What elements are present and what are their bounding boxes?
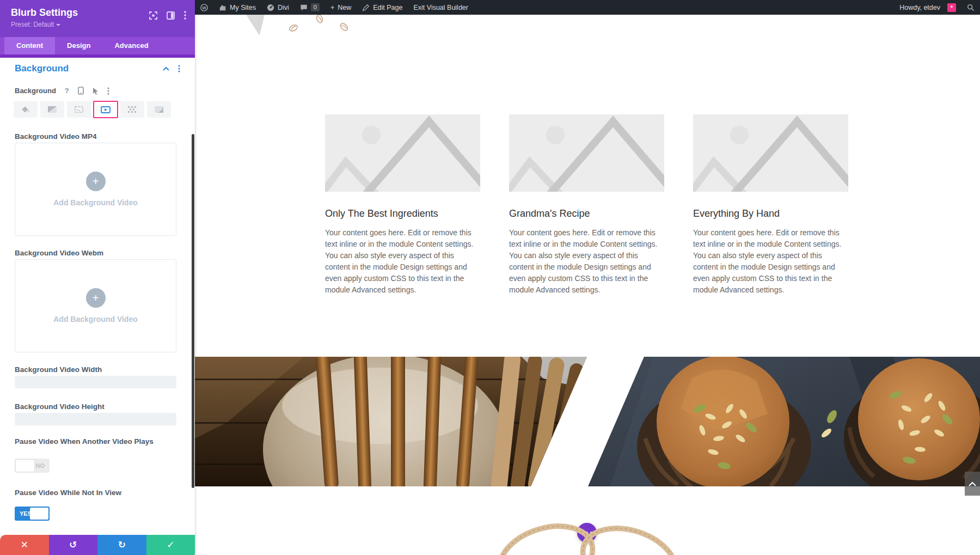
blurb-title: Only The Best Ingredients: [325, 208, 480, 219]
hover-cursor-icon[interactable]: [93, 87, 99, 95]
panel-scrollbar[interactable]: [192, 134, 194, 488]
divi-menu[interactable]: Divi: [261, 0, 295, 15]
pattern-icon: [128, 106, 137, 113]
blurb-body: Your content goes here. Edit or remove t…: [325, 227, 480, 296]
video-mp4-label: Background Video MP4: [15, 132, 156, 142]
mask-icon: [155, 106, 163, 113]
pencil-icon: [362, 4, 370, 11]
preset-label: Preset: Default: [11, 21, 54, 28]
pause-other-toggle[interactable]: NO: [15, 459, 50, 473]
blurb-module[interactable]: Everything By Hand Your content goes her…: [693, 114, 848, 296]
panel-layout-icon[interactable]: [167, 11, 175, 20]
redo-button[interactable]: ↻: [97, 535, 146, 555]
add-video-mp4-box[interactable]: + Add Background Video: [15, 143, 176, 236]
placeholder-image-icon: [509, 114, 664, 192]
new-content-menu[interactable]: + New: [325, 0, 357, 15]
tab-advanced[interactable]: Advanced: [102, 37, 160, 54]
help-icon[interactable]: ?: [65, 87, 69, 95]
comments-menu[interactable]: 0: [295, 0, 325, 15]
comment-icon: [300, 4, 308, 11]
plus-icon: +: [86, 172, 106, 191]
bg-type-pattern-button[interactable]: [120, 101, 144, 118]
video-webm-label: Background Video Webm: [15, 248, 156, 258]
wp-logo-menu[interactable]: W: [195, 0, 213, 15]
exit-visual-builder-button[interactable]: Exit Visual Builder: [408, 0, 474, 15]
decor-triangle: [246, 15, 265, 35]
bread-photo: [195, 357, 587, 486]
background-type-selector: [14, 101, 171, 118]
focus-mode-icon[interactable]: [149, 11, 157, 20]
undo-icon: ↺: [69, 539, 77, 551]
add-video-label: Add Background Video: [53, 315, 138, 324]
avatar: *: [947, 3, 956, 12]
coffee-bean-illustration: [338, 21, 350, 33]
pause-view-label: Pause Video While Not In View: [15, 488, 156, 498]
pause-view-toggle[interactable]: YES: [15, 507, 50, 521]
toggle-state-label: YES: [20, 510, 32, 517]
tab-content[interactable]: Content: [4, 37, 55, 54]
options-kebab-icon[interactable]: [107, 87, 109, 95]
video-height-input[interactable]: [15, 413, 176, 425]
caret-down-icon: [56, 24, 60, 26]
chevron-up-icon: [969, 481, 976, 486]
responsive-phone-icon[interactable]: [78, 87, 84, 95]
background-field-label: Background: [15, 87, 56, 95]
collapse-section-icon[interactable]: [163, 66, 169, 71]
video-width-input[interactable]: [15, 376, 176, 388]
blurb-module[interactable]: Grandma's Recipe Your content goes here.…: [509, 114, 664, 296]
bg-type-color-button[interactable]: [14, 101, 38, 118]
blurb-body: Your content goes here. Edit or remove t…: [693, 227, 848, 296]
placeholder-image-icon: [693, 114, 848, 192]
placeholder-image-icon: [325, 114, 480, 192]
add-video-webm-box[interactable]: + Add Background Video: [15, 259, 176, 352]
bg-type-mask-button[interactable]: [147, 101, 171, 118]
comments-count: 0: [311, 3, 320, 11]
video-icon: [101, 106, 111, 113]
my-sites-menu[interactable]: My Sites: [213, 0, 261, 15]
edit-page-menu[interactable]: Edit Page: [357, 0, 408, 15]
wordpress-icon: W: [200, 4, 208, 11]
tab-design[interactable]: Design: [55, 37, 102, 54]
bg-type-gradient-button[interactable]: [40, 101, 64, 118]
edit-page-label: Edit Page: [373, 4, 402, 11]
wp-admin-bar: W My Sites Divi 0 + New Edit Page Exit V…: [195, 0, 980, 15]
panel-body: Background Background ?: [0, 58, 195, 535]
paint-bucket-icon: [21, 106, 30, 114]
close-icon: ✕: [21, 539, 28, 551]
bg-type-image-button[interactable]: [67, 101, 91, 118]
preset-dropdown[interactable]: Preset: Default: [11, 21, 184, 28]
video-width-label: Background Video Width: [15, 365, 156, 375]
kebab-menu-icon[interactable]: [184, 11, 186, 20]
new-label: New: [338, 4, 351, 11]
video-height-label: Background Video Height: [15, 402, 156, 412]
panel-footer: ✕ ↺ ↻ ✓: [0, 535, 195, 555]
search-button[interactable]: [961, 4, 980, 11]
save-button[interactable]: ✓: [146, 535, 195, 555]
blurb-row: Only The Best Ingredients Your content g…: [325, 114, 848, 296]
gradient-icon: [48, 106, 57, 113]
search-icon: [967, 4, 975, 11]
muffins-photo: [588, 357, 980, 486]
blurb-body: Your content goes here. Edit or remove t…: [509, 227, 664, 296]
bg-type-video-button[interactable]: [93, 101, 118, 118]
account-menu[interactable]: Howdy, etdev *: [894, 3, 961, 12]
divi-label: Divi: [278, 4, 289, 11]
add-video-label: Add Background Video: [53, 198, 138, 207]
check-icon: ✓: [167, 539, 174, 551]
plus-icon: +: [330, 4, 334, 11]
exit-visual-builder-label: Exit Visual Builder: [413, 4, 468, 11]
blurb-settings-panel: Blurb Settings Preset: Default Content D…: [0, 0, 195, 555]
scroll-top-button[interactable]: [965, 472, 980, 496]
toggle-knob: [16, 460, 34, 472]
undo-button[interactable]: ↺: [49, 535, 98, 555]
page-preview: Only The Best Ingredients Your content g…: [195, 15, 980, 555]
coffee-bean-illustration: [287, 23, 299, 33]
plus-icon: +: [86, 288, 106, 308]
background-section-title[interactable]: Background: [15, 63, 69, 74]
rope-heart-illustration: [478, 506, 696, 555]
settings-tabs: Content Design Advanced: [0, 37, 195, 54]
image-icon: [75, 106, 83, 113]
discard-button[interactable]: ✕: [0, 535, 49, 555]
section-kebab-icon[interactable]: [178, 65, 180, 72]
blurb-module[interactable]: Only The Best Ingredients Your content g…: [325, 114, 480, 296]
